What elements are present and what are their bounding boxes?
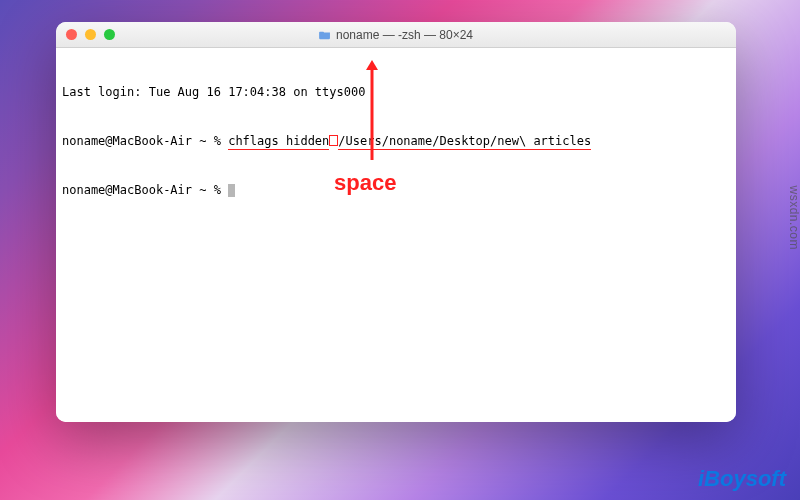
prompt-text: noname@MacBook-Air ~ % xyxy=(62,134,228,148)
terminal-command-line: noname@MacBook-Air ~ % chflags hidden/Us… xyxy=(62,133,730,149)
folder-icon xyxy=(319,30,331,40)
window-title-text: noname — -zsh — 80×24 xyxy=(336,28,473,42)
brand-name: Boysoft xyxy=(704,466,786,491)
cursor-icon xyxy=(228,184,235,197)
terminal-window: noname — -zsh — 80×24 Last login: Tue Au… xyxy=(56,22,736,422)
traffic-lights xyxy=(56,29,115,40)
terminal-prompt-line: noname@MacBook-Air ~ % xyxy=(62,182,730,198)
maximize-icon[interactable] xyxy=(104,29,115,40)
arrow-annotation xyxy=(352,58,392,168)
watermark: wsxdn.com xyxy=(787,185,800,250)
prompt-text-2: noname@MacBook-Air ~ % xyxy=(62,183,228,197)
cmd-part2: /Users/noname/Desktop/new\ articles xyxy=(338,134,591,150)
title-bar[interactable]: noname — -zsh — 80×24 xyxy=(56,22,736,48)
close-icon[interactable] xyxy=(66,29,77,40)
minimize-icon[interactable] xyxy=(85,29,96,40)
terminal-body[interactable]: Last login: Tue Aug 16 17:04:38 on ttys0… xyxy=(56,48,736,422)
cmd-part1: chflags hidden xyxy=(228,134,329,150)
svg-marker-2 xyxy=(366,60,378,70)
brand-logo: iBoysoft xyxy=(698,466,786,492)
highlighted-space xyxy=(329,135,338,146)
terminal-login-line: Last login: Tue Aug 16 17:04:38 on ttys0… xyxy=(62,84,730,100)
window-title: noname — -zsh — 80×24 xyxy=(319,28,473,42)
